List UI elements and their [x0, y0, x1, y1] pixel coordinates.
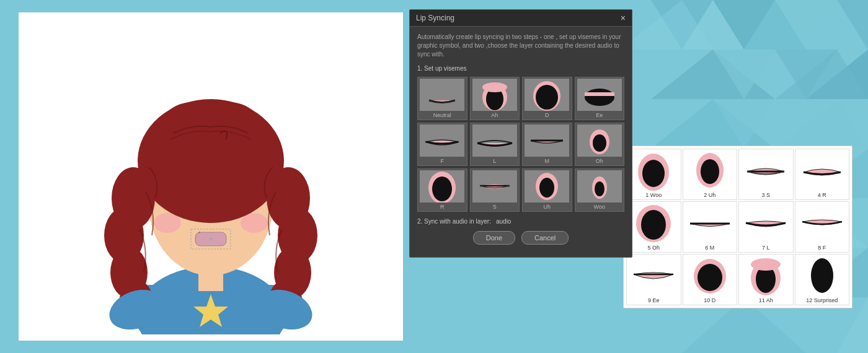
svg-point-69: [482, 82, 507, 92]
dialog-close-button[interactable]: ×: [621, 14, 626, 22]
side-panel-grid: 1 Woo 2 Uh 3 S: [624, 146, 852, 308]
viseme-oh-img: [577, 124, 622, 157]
svg-point-114: [698, 264, 722, 291]
viseme-r[interactable]: R: [417, 168, 467, 212]
svg-point-90: [539, 178, 554, 198]
viseme-r-label: R: [440, 204, 445, 210]
viseme-ah-img: [472, 79, 517, 111]
side-img-surprised: [797, 256, 847, 296]
svg-point-96: [642, 160, 665, 187]
side-label-12-surprised: 12 Surprised: [806, 297, 838, 303]
side-viseme-1-woo[interactable]: 1 Woo: [626, 149, 681, 200]
svg-point-82: [593, 134, 606, 152]
viseme-woo-img: [577, 170, 622, 203]
viseme-m-label: M: [545, 158, 550, 164]
dialog-description: Automatically create lip syncing in two …: [417, 33, 624, 59]
side-label-4-r: 4 R: [818, 192, 826, 198]
viseme-d[interactable]: D: [522, 77, 572, 120]
viseme-neutral[interactable]: Neutral: [417, 77, 467, 120]
svg-point-54: [195, 102, 264, 164]
viseme-ah[interactable]: Ah: [470, 77, 520, 120]
side-viseme-2-uh[interactable]: 2 Uh: [683, 149, 738, 200]
viseme-ee-label: Ee: [596, 112, 603, 118]
side-img-uh: [685, 150, 735, 191]
audio-row: 2. Sync with audio in layer: audio: [417, 218, 624, 225]
viseme-l[interactable]: L: [470, 123, 520, 166]
viseme-m[interactable]: M: [522, 123, 572, 166]
side-img-oh: [629, 203, 678, 243]
side-viseme-9-ee[interactable]: 9 Ee: [626, 254, 681, 305]
svg-rect-65: [420, 79, 464, 111]
side-img-f: [797, 203, 847, 243]
viseme-uh-img: [525, 170, 569, 203]
svg-point-120: [811, 258, 833, 293]
side-viseme-4-r[interactable]: 4 R: [795, 149, 850, 200]
viseme-neutral-label: Neutral: [433, 112, 451, 118]
side-viseme-10-d[interactable]: 10 D: [683, 254, 738, 305]
side-viseme-11-ah[interactable]: 11 Ah: [738, 254, 794, 305]
svg-point-93: [595, 181, 604, 196]
side-label-11-ah: 11 Ah: [759, 297, 773, 303]
svg-point-105: [641, 210, 666, 240]
viseme-s-label: S: [493, 204, 497, 210]
dialog-body: Automatically create lip syncing in two …: [410, 27, 632, 257]
side-img-s: [741, 150, 790, 191]
side-label-8-f: 8 F: [818, 245, 826, 251]
side-label-2-uh: 2 Uh: [704, 192, 715, 198]
viseme-f-img: [420, 124, 464, 157]
side-img-ee: [629, 256, 678, 296]
side-img-m: [685, 203, 735, 243]
svg-point-74: [585, 89, 614, 106]
viseme-woo[interactable]: Woo: [575, 168, 625, 212]
side-label-10-d: 10 D: [704, 297, 715, 303]
viseme-d-img: [525, 79, 569, 111]
side-img-woo: [629, 150, 678, 191]
side-viseme-8-f[interactable]: 8 F: [795, 201, 850, 253]
lip-sync-dialog: Lip Syncing × Automatically create lip s…: [409, 9, 632, 258]
side-label-9-ee: 9 Ee: [648, 297, 660, 303]
viseme-uh[interactable]: Uh: [522, 168, 572, 212]
side-viseme-6-m[interactable]: 6 M: [683, 201, 738, 253]
audio-layer-value: audio: [496, 218, 511, 225]
svg-point-31: [154, 213, 181, 233]
character-illustration: +: [37, 19, 384, 334]
canvas-area: +: [19, 12, 403, 341]
svg-point-32: [241, 213, 268, 233]
side-viseme-panel: 1 Woo 2 Uh 3 S: [623, 146, 852, 308]
viseme-ee[interactable]: Ee: [575, 77, 625, 120]
viseme-m-img: [525, 124, 569, 157]
viseme-ee-img: [577, 79, 622, 111]
side-viseme-5-oh[interactable]: 5 Oh: [626, 201, 681, 253]
section2-label: 2. Sync with audio in layer:: [417, 218, 491, 225]
side-viseme-12-surprised[interactable]: 12 Surprised: [795, 254, 850, 305]
viseme-oh-label: Oh: [596, 158, 603, 164]
svg-point-99: [701, 159, 719, 184]
viseme-l-label: L: [493, 158, 496, 164]
cancel-button[interactable]: Cancel: [521, 231, 569, 245]
viseme-s[interactable]: S: [470, 168, 520, 212]
side-label-3-s: 3 S: [761, 192, 770, 198]
side-img-r: [797, 150, 847, 191]
dialog-header: Lip Syncing ×: [410, 10, 632, 27]
svg-point-72: [536, 85, 558, 110]
viseme-l-img: [472, 124, 517, 157]
viseme-woo-label: Woo: [594, 204, 605, 210]
viseme-uh-label: Uh: [543, 204, 551, 210]
svg-rect-75: [585, 92, 614, 96]
side-label-5-oh: 5 Oh: [647, 245, 660, 251]
done-button[interactable]: Done: [473, 231, 515, 245]
side-label-6-m: 6 M: [705, 245, 714, 251]
svg-point-118: [751, 258, 781, 271]
viseme-ah-label: Ah: [491, 112, 498, 118]
section1-label: 1. Set up visemes: [417, 65, 624, 72]
viseme-r-img: [420, 170, 464, 203]
dialog-title: Lip Syncing: [416, 14, 454, 22]
viseme-oh[interactable]: Oh: [575, 123, 625, 166]
viseme-f[interactable]: F: [417, 123, 467, 166]
svg-text:+: +: [198, 230, 201, 235]
side-viseme-3-s[interactable]: 3 S: [738, 149, 794, 200]
svg-point-85: [432, 176, 452, 201]
side-viseme-7-l[interactable]: 7 L: [738, 201, 794, 253]
dialog-buttons: Done Cancel: [417, 231, 624, 251]
side-img-d: [685, 256, 735, 296]
